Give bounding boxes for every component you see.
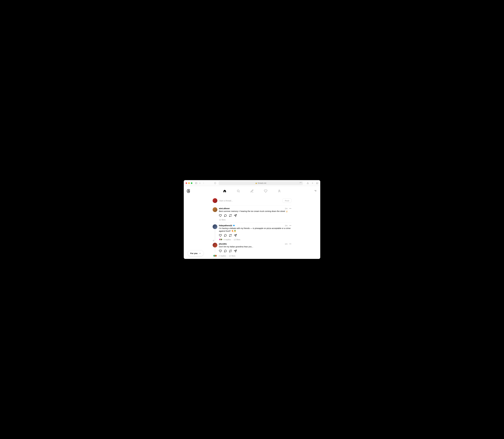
likes-count[interactable]: 12 likes — [219, 219, 226, 221]
thread-avatars — [213, 255, 217, 257]
my-avatar[interactable] — [213, 198, 217, 203]
composer-placeholder[interactable]: Start a thread... — [219, 200, 281, 202]
search-icon[interactable] — [237, 189, 240, 193]
app-header — [184, 186, 320, 196]
lock-icon: 🔒 — [255, 182, 257, 184]
swap-icon — [199, 252, 201, 255]
post-menu-icon[interactable]: ··· — [289, 207, 291, 209]
reply-button[interactable] — [224, 250, 227, 253]
reply-post[interactable]: jiho100x 1m ··· Don't let my Italian gra… — [213, 242, 291, 254]
timestamp: 1m — [285, 224, 288, 227]
post-button[interactable]: Post — [283, 198, 291, 203]
compose-icon[interactable] — [250, 189, 254, 193]
post[interactable]: hidayathere22 1m ··· I'm having a debate… — [213, 222, 291, 242]
repliers-avatars — [219, 238, 222, 241]
reply-button[interactable] — [224, 214, 227, 217]
likes-count[interactable]: 12 likes — [229, 255, 235, 257]
thread-bubble-icon — [212, 239, 215, 242]
composer[interactable]: Start a thread... Post — [213, 196, 291, 205]
share-icon[interactable] — [307, 182, 309, 184]
post-body: I'm having a debate with my friends — is… — [219, 227, 291, 232]
reply-button[interactable] — [224, 234, 227, 237]
like-button[interactable] — [219, 214, 222, 217]
menu-icon[interactable] — [314, 189, 317, 193]
svg-point-6 — [237, 190, 239, 192]
browser-chrome: 🔒 threads.net — [184, 180, 320, 186]
svg-rect-5 — [317, 182, 318, 183]
share-button[interactable] — [234, 234, 237, 237]
post-body: Best summer memory = hearing the ice cre… — [219, 210, 291, 213]
window-controls — [186, 182, 192, 184]
avatar[interactable] — [213, 243, 217, 247]
feed-switcher-pill[interactable]: For you — [188, 251, 203, 256]
post-actions — [219, 234, 291, 237]
likes-count[interactable]: 12 likes — [234, 238, 240, 241]
new-tab-icon[interactable] — [311, 182, 314, 184]
thread-line — [215, 248, 215, 253]
maximize-window-button[interactable] — [191, 182, 192, 184]
timestamp: 1m — [285, 207, 288, 209]
share-button[interactable] — [234, 214, 237, 217]
replies-count[interactable]: 4 replies — [224, 238, 231, 241]
verified-badge-icon — [233, 225, 235, 226]
minimize-window-button[interactable] — [188, 182, 190, 184]
post-body: Don't let my Italian grandma hear you... — [219, 245, 291, 248]
url-bar[interactable]: 🔒 threads.net — [219, 181, 303, 185]
feed-switcher-label: For you — [190, 252, 198, 255]
post-menu-icon[interactable]: ··· — [289, 243, 291, 245]
post-stats[interactable]: 4 replies · 12 likes — [219, 238, 291, 241]
back-button[interactable] — [199, 182, 201, 184]
sidebar-toggle-icon[interactable] — [195, 182, 197, 184]
thread-summary[interactable]: 2 replies · 12 likes — [213, 254, 291, 259]
post-section: hidayathere22 1m ··· I'm having a debate… — [213, 222, 291, 259]
username[interactable]: aimi.allover — [219, 207, 230, 209]
like-button[interactable] — [219, 250, 222, 253]
reload-icon[interactable] — [299, 182, 302, 184]
browser-window: 🔒 threads.net — [184, 180, 320, 259]
username[interactable]: hidayathere22 — [219, 224, 232, 227]
avatar[interactable] — [213, 224, 217, 229]
svg-rect-0 — [195, 182, 197, 184]
shield-icon[interactable] — [214, 182, 216, 184]
post[interactable]: aimi.allover 1m ··· Best summer memory =… — [213, 206, 291, 222]
replies-count[interactable]: 2 replies — [219, 255, 226, 257]
post-stats[interactable]: 12 likes — [219, 219, 291, 221]
post-section: aimi.allover 1m ··· Best summer memory =… — [213, 206, 291, 222]
post-menu-icon[interactable]: ··· — [289, 224, 291, 227]
repost-button[interactable] — [229, 250, 232, 253]
username[interactable]: jiho100x — [219, 243, 227, 245]
share-button[interactable] — [234, 250, 237, 253]
avatar[interactable] — [213, 207, 217, 212]
forward-button[interactable] — [202, 182, 205, 184]
activity-icon[interactable] — [264, 189, 267, 193]
tabs-icon[interactable] — [316, 182, 318, 184]
profile-icon[interactable] — [278, 189, 281, 193]
threads-logo[interactable] — [187, 189, 190, 193]
thread-line — [215, 230, 215, 241]
timestamp: 1m — [285, 243, 288, 245]
svg-line-7 — [239, 192, 240, 192]
like-button[interactable] — [219, 234, 222, 237]
svg-point-8 — [279, 190, 280, 191]
feed: Start a thread... Post aimi.allover 1m ·… — [213, 196, 291, 259]
home-icon[interactable] — [223, 189, 226, 193]
close-window-button[interactable] — [186, 182, 187, 184]
url-text: threads.net — [258, 182, 266, 184]
repost-button[interactable] — [229, 234, 232, 237]
repost-button[interactable] — [229, 214, 232, 217]
post-actions — [219, 250, 291, 253]
nav-tabs — [223, 189, 281, 193]
post-actions — [219, 214, 291, 217]
